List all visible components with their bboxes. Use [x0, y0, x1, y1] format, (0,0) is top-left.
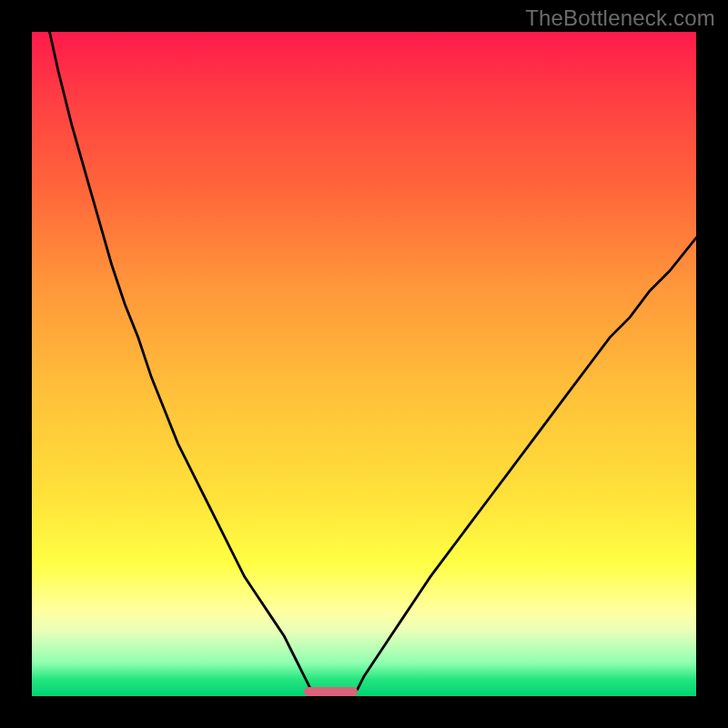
chart-frame: TheBottleneck.com: [0, 0, 728, 728]
bottleneck-marker: [304, 687, 357, 696]
chart-plot-area: [32, 32, 696, 696]
right-curve: [350, 238, 696, 696]
watermark-text: TheBottleneck.com: [525, 5, 715, 31]
curve-layer: [32, 32, 696, 696]
left-curve: [32, 32, 318, 696]
